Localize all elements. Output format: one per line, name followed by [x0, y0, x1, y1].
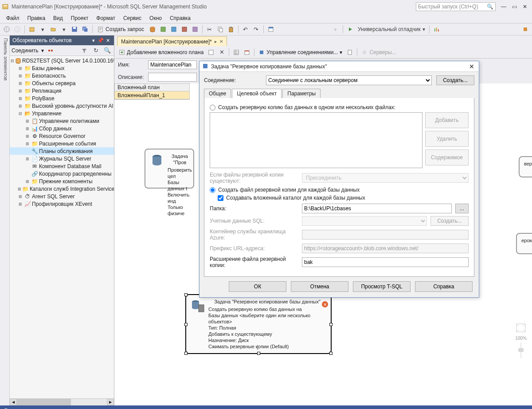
column-grid-icon[interactable] — [231, 47, 241, 57]
tree-node-databases[interactable]: ⊞📁Базы данных — [10, 64, 114, 72]
zoom-slider-icon[interactable] — [514, 341, 528, 360]
menu-view[interactable]: Вид — [50, 14, 66, 22]
tree-node-replication[interactable]: ⊞📁Репликация — [10, 87, 114, 94]
view-tsql-button[interactable]: Просмотр T-SQL — [353, 281, 411, 292]
tree-node-extended-events[interactable]: ⊞📁Расширенные события — [10, 140, 114, 147]
horizontal-scrollbar[interactable]: ◀ ▶ — [10, 398, 114, 405]
connect-label[interactable]: Соединить — [12, 47, 39, 54]
nav-fwd-button[interactable] — [12, 24, 22, 34]
subplan-column-header[interactable]: Вложенный план — [114, 83, 190, 91]
panel-dropdown-button[interactable]: ▾ — [90, 37, 97, 44]
resize-handle[interactable] — [184, 323, 188, 326]
tab-general[interactable]: Общее — [204, 89, 231, 98]
panel-close-button[interactable]: ✕ — [104, 37, 111, 44]
tree-node-policy-mgmt[interactable]: ⊞📋Управление политиками — [10, 117, 114, 125]
tree-node-is-catalogs[interactable]: ⊞📁Каталоги служб Integration Service — [10, 185, 114, 193]
tree-node-polybase[interactable]: ⊞📁PolyBase — [10, 94, 114, 102]
tree-node-server-objects[interactable]: ⊞📁Объекты сервера — [10, 79, 114, 87]
new-item-dropdown[interactable]: ▾ — [38, 24, 47, 34]
cancel-button[interactable]: Отмена — [291, 281, 348, 292]
menu-window[interactable]: Окно — [146, 14, 165, 22]
as-query-icon[interactable] — [158, 24, 168, 34]
menu-help[interactable]: Справка — [166, 14, 194, 22]
panel-pin-button[interactable]: 📌 — [97, 37, 104, 44]
cut-button[interactable]: ✂ — [205, 24, 215, 34]
task-peek-2[interactable]: ером — [516, 233, 532, 254]
extension-input[interactable] — [302, 257, 469, 267]
properties-button[interactable] — [266, 24, 276, 34]
description-input[interactable] — [148, 73, 197, 82]
dialog-titlebar[interactable]: Задача "Резервное копирование базы данны… — [200, 61, 479, 72]
copy-button[interactable] — [215, 24, 225, 34]
resize-handle[interactable] — [329, 323, 332, 326]
db-engine-query-icon[interactable] — [148, 24, 157, 34]
oe-search-button[interactable]: 🔍 — [102, 46, 112, 55]
filter-button[interactable] — [79, 46, 89, 55]
task-check-integrity[interactable]: Задача "Пров Проверить цел Базы данных t… — [145, 149, 194, 189]
dmx-query-icon[interactable] — [180, 24, 189, 34]
tree-node-management[interactable]: ⊟📂Управление — [10, 110, 114, 117]
debugger-dropdown[interactable]: Универсальный отладчик ▾ — [356, 24, 427, 34]
tree-node-legacy[interactable]: ⊞📁Прежние компоненты — [10, 177, 114, 185]
nav-back-button[interactable] — [2, 24, 12, 34]
tree-node-sql-agent[interactable]: ⊞⏱Агент SQL Server — [10, 193, 114, 200]
object-tree[interactable]: ⊟RDS2TEST (SQL Server 14.0.1000.169 - A … — [10, 56, 114, 398]
menu-file[interactable]: Файл — [3, 14, 23, 22]
tab-close-button[interactable]: ✕ — [219, 39, 223, 44]
connect-dropdown-icon[interactable]: ▾ — [41, 47, 44, 54]
folder-input[interactable] — [302, 204, 452, 213]
zoom-indicator[interactable]: 100% — [512, 322, 529, 361]
refresh-button[interactable]: ↻ — [91, 46, 101, 55]
tree-server-node[interactable]: ⊟RDS2TEST (SQL Server 14.0.1000.169 - A — [10, 57, 114, 64]
minimize-button[interactable]: — — [498, 2, 509, 12]
scroll-thumb[interactable] — [17, 399, 71, 405]
delete-subplan-button[interactable]: ✕ — [217, 47, 227, 57]
undo-button[interactable]: ↶ — [241, 24, 250, 34]
tree-node-xevent-profiler[interactable]: ⊞📈Профилировщик XEvent — [10, 200, 114, 208]
checkbox-create-subfolder[interactable] — [218, 195, 223, 201]
scroll-right-button[interactable]: ▶ — [107, 399, 114, 405]
execute-button[interactable] — [345, 24, 355, 34]
menu-service[interactable]: Сервис — [120, 14, 145, 22]
new-query-button[interactable]: Создать запрос — [95, 24, 147, 34]
dialog-close-button[interactable]: ✕ — [467, 63, 476, 70]
tree-node-resource-governor[interactable]: ⊞⚙Resource Governor — [10, 132, 114, 140]
tab-target[interactable]: Целевой объект — [232, 89, 282, 98]
maximize-button[interactable]: ▭ — [509, 2, 520, 12]
tree-node-dtc[interactable]: 🔗Координатор распределенны — [10, 170, 114, 177]
xmla-query-icon[interactable] — [190, 24, 200, 34]
radio-per-database[interactable] — [210, 187, 215, 193]
help-button[interactable]: Справка — [415, 281, 473, 292]
radio-backup-files[interactable] — [210, 105, 215, 110]
tree-node-maint-plans[interactable]: 🔧Планы обслуживания — [10, 147, 114, 155]
menu-project[interactable]: Проект — [67, 14, 92, 22]
activity-monitor-icon[interactable] — [432, 24, 442, 34]
create-connection-button[interactable]: Создать... — [436, 75, 474, 85]
tree-node-high-availability[interactable]: ⊞📁Высокий уровень доступности Al — [10, 102, 114, 110]
ok-button[interactable]: ОК — [229, 281, 286, 292]
open-file-button[interactable] — [48, 24, 58, 34]
close-button[interactable]: ✕ — [520, 2, 530, 12]
tree-node-db-mail[interactable]: ✉Компонент Database Mail — [10, 162, 114, 170]
mdx-query-icon[interactable] — [169, 24, 179, 34]
tab-preview-icon[interactable]: ▸ — [215, 39, 217, 44]
add-subplan-button[interactable]: Добавление вложенного плана — [117, 47, 205, 57]
resize-handle[interactable] — [184, 352, 188, 355]
connection-select[interactable]: Соединение с локальным сервером — [266, 75, 432, 85]
tree-node-sql-logs[interactable]: ⊞📄Журналы SQL Server — [10, 155, 114, 162]
resize-handle[interactable] — [329, 352, 332, 355]
tree-node-data-collection[interactable]: ⊞📊Сбор данных — [10, 125, 114, 132]
toolbox-tab[interactable]: Панель элементов — [0, 35, 10, 405]
paste-button[interactable] — [226, 24, 236, 34]
disconnect-button[interactable] — [46, 46, 55, 55]
files-listbox[interactable] — [210, 112, 422, 168]
resize-handle[interactable] — [184, 293, 188, 296]
save-button[interactable] — [70, 24, 79, 34]
subplan-properties-button[interactable] — [206, 47, 216, 57]
scroll-left-button[interactable]: ◀ — [10, 399, 17, 405]
task-peek-1[interactable]: вер — [519, 156, 532, 177]
tab-parameters[interactable]: Параметры — [282, 89, 321, 98]
quick-launch-input[interactable]: Быстрый запуск (Ctrl+Q) 🔍 — [416, 2, 496, 11]
name-input[interactable] — [148, 60, 197, 69]
resize-handle[interactable] — [257, 352, 260, 355]
